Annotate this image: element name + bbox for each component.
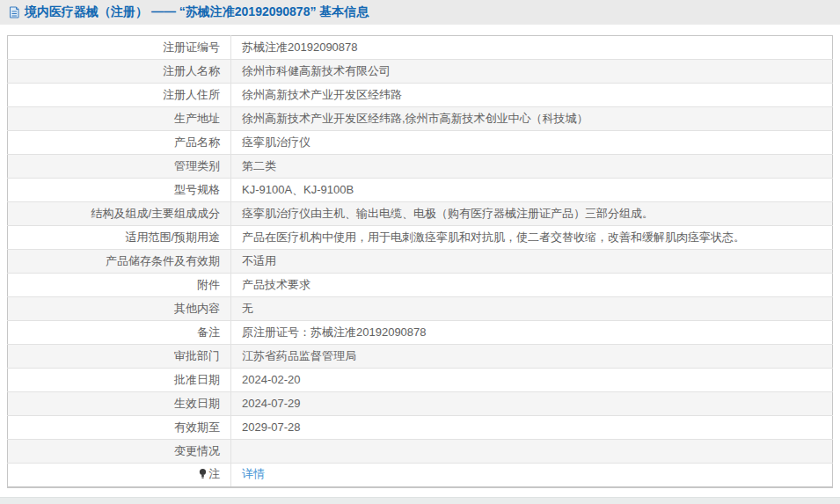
row-label: 生产地址 xyxy=(8,107,231,131)
table-row: 批准日期2024-02-20 xyxy=(8,369,833,392)
row-value: 2024-02-20 xyxy=(231,369,833,392)
table-row: 注册人名称徐州市科健高新技术有限公司 xyxy=(8,60,833,84)
row-value: 江苏省药品监督管理局 xyxy=(231,345,833,369)
table-row: 型号规格KJ-9100A、KJ-9100B xyxy=(8,179,833,202)
row-label: 备注 xyxy=(8,321,231,345)
row-label: 产品储存条件及有效期 xyxy=(8,250,231,274)
row-value: 2024-07-29 xyxy=(231,392,833,416)
row-value: 痉挛肌治疗仪 xyxy=(231,131,833,155)
row-label: 生效日期 xyxy=(8,392,231,416)
row-label: 注册人名称 xyxy=(8,60,231,84)
document-icon xyxy=(8,6,20,18)
row-label: 适用范围/预期用途 xyxy=(8,226,231,250)
row-value: 详情 xyxy=(231,464,833,487)
row-label: 批准日期 xyxy=(8,369,231,392)
registration-info-table: 注册证编号苏械注准20192090878注册人名称徐州市科健高新技术有限公司注册… xyxy=(7,35,833,488)
table-row: 生产地址徐州高新技术产业开发区经纬路,徐州市高新技术创业中心（科技城） xyxy=(8,107,833,131)
table-row: 备注原注册证号：苏械注准20192090878 xyxy=(8,321,833,345)
footer-strip xyxy=(0,497,840,504)
details-link[interactable]: 详情 xyxy=(242,467,265,480)
row-label: 有效期至 xyxy=(8,416,231,440)
row-value: 苏械注准20192090878 xyxy=(231,36,833,60)
table-row: 注详情 xyxy=(8,464,833,487)
table-row: 变更情况 xyxy=(8,440,833,464)
row-value: 徐州高新技术产业开发区经纬路 xyxy=(231,84,833,107)
row-value: 徐州市科健高新技术有限公司 xyxy=(231,60,833,84)
row-label: 产品名称 xyxy=(8,131,231,155)
row-label: 注 xyxy=(8,464,231,487)
row-value xyxy=(231,440,833,464)
row-label: 其他内容 xyxy=(8,297,231,321)
table-row: 生效日期2024-07-29 xyxy=(8,392,833,416)
bulb-icon xyxy=(199,468,207,479)
table-row: 结构及组成/主要组成成分痉挛肌治疗仪由主机、输出电缆、电极（购有医疗器械注册证产… xyxy=(8,202,833,226)
table-row: 有效期至2029-07-28 xyxy=(8,416,833,440)
table-row: 产品名称痉挛肌治疗仪 xyxy=(8,131,833,155)
table-row: 其他内容无 xyxy=(8,297,833,321)
header-bar: 境内医疗器械（注册） —— “苏械注准20192090878” 基本信息 xyxy=(0,0,840,25)
row-value: 原注册证号：苏械注准20192090878 xyxy=(231,321,833,345)
row-value: KJ-9100A、KJ-9100B xyxy=(231,179,833,202)
row-value: 痉挛肌治疗仪由主机、输出电缆、电极（购有医疗器械注册证产品）三部分组成。 xyxy=(231,202,833,226)
table-row: 审批部门江苏省药品监督管理局 xyxy=(8,345,833,369)
row-value: 产品技术要求 xyxy=(231,274,833,297)
page-title: 境内医疗器械（注册） —— “苏械注准20192090878” 基本信息 xyxy=(25,4,369,20)
table-row: 产品储存条件及有效期不适用 xyxy=(8,250,833,274)
info-table-body: 注册证编号苏械注准20192090878注册人名称徐州市科健高新技术有限公司注册… xyxy=(8,36,833,487)
row-value: 无 xyxy=(231,297,833,321)
row-label: 注册人住所 xyxy=(8,84,231,107)
row-label: 注册证编号 xyxy=(8,36,231,60)
table-row: 适用范围/预期用途产品在医疗机构中使用，用于电刺激痉挛肌和对抗肌，使二者交替收缩… xyxy=(8,226,833,250)
row-label: 结构及组成/主要组成成分 xyxy=(8,202,231,226)
row-label: 型号规格 xyxy=(8,179,231,202)
row-label: 附件 xyxy=(8,274,231,297)
row-label: 管理类别 xyxy=(8,155,231,179)
table-row: 管理类别第二类 xyxy=(8,155,833,179)
row-value: 第二类 xyxy=(231,155,833,179)
table-row: 注册人住所徐州高新技术产业开发区经纬路 xyxy=(8,84,833,107)
table-row: 注册证编号苏械注准20192090878 xyxy=(8,36,833,60)
table-row: 附件产品技术要求 xyxy=(8,274,833,297)
row-value: 徐州高新技术产业开发区经纬路,徐州市高新技术创业中心（科技城） xyxy=(231,107,833,131)
row-value: 不适用 xyxy=(231,250,833,274)
row-label: 变更情况 xyxy=(8,440,231,464)
row-label: 审批部门 xyxy=(8,345,231,369)
row-value: 产品在医疗机构中使用，用于电刺激痉挛肌和对抗肌，使二者交替收缩，改善和缓解肌肉痉… xyxy=(231,226,833,250)
row-value: 2029-07-28 xyxy=(231,416,833,440)
